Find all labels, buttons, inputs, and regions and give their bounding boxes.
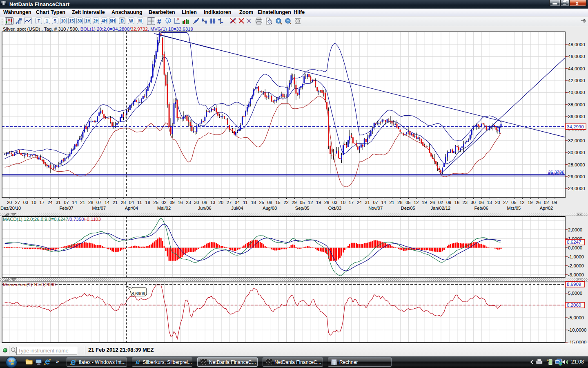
svg-text:26: 26 [430,200,435,205]
svg-text:15: 15 [275,200,280,205]
svg-text:31: 31 [56,200,60,205]
svg-text:23: 23 [463,200,468,205]
svg-text:02: 02 [438,200,443,205]
svg-text:Mrz/07: Mrz/07 [92,206,106,211]
svg-text:03: 03 [23,200,28,205]
svg-text:0,0000: 0,0000 [568,245,582,250]
svg-text:23: 23 [186,200,191,205]
svg-text:12: 12 [414,200,419,205]
svg-text:16: 16 [454,200,459,205]
svg-text:24: 24 [357,200,362,205]
svg-text:10: 10 [341,200,345,205]
svg-text:-15,0000: -15,0000 [568,340,586,343]
svg-text:09: 09 [169,200,174,205]
svg-text:Feb/06: Feb/06 [474,206,488,211]
svg-text:17: 17 [349,200,354,205]
svg-text:8,6909: 8,6909 [131,291,145,296]
svg-text:30: 30 [471,200,476,205]
svg-text:03: 03 [332,200,337,205]
svg-text:18: 18 [145,200,150,205]
svg-text:5,0000: 5,0000 [568,291,582,296]
svg-text:21: 21 [80,200,85,205]
svg-text:-2,0000: -2,0000 [568,263,584,268]
svg-text:46,0000: 46,0000 [568,54,585,59]
svg-text:Jul/04: Jul/04 [231,206,243,211]
svg-text:27: 27 [15,200,20,205]
svg-text:36,0000: 36,0000 [568,114,585,119]
svg-text:34,2990: 34,2990 [567,124,584,129]
svg-text:04: 04 [235,200,240,205]
svg-text:31: 31 [365,200,370,205]
svg-text:48,0000: 48,0000 [568,42,585,47]
svg-text:18: 18 [251,200,256,205]
svg-text:09: 09 [552,200,557,205]
svg-text:12: 12 [308,200,313,205]
svg-text:28: 28 [121,200,126,205]
svg-text:05: 05 [300,200,305,205]
svg-text:Mrz/05: Mrz/05 [507,206,521,211]
svg-text:38,0000: 38,0000 [568,102,585,107]
svg-text:0,2060: 0,2060 [567,303,581,307]
svg-text:42,0000: 42,0000 [568,78,585,83]
svg-text:8,6909: 8,6909 [567,282,581,287]
svg-text:02: 02 [544,200,549,205]
svg-text:07: 07 [373,200,378,205]
svg-text:Mai/02: Mai/02 [157,206,171,211]
svg-text:Silver, spot (USD) , Tag, # 31: Silver, spot (USD) , Tag, # 310 / 500, B… [3,27,193,31]
svg-text:28,0000: 28,0000 [568,162,585,167]
svg-text:26: 26 [324,200,329,205]
svg-text:27: 27 [503,200,508,205]
svg-text:06: 06 [479,200,484,205]
svg-text:21: 21 [389,200,394,205]
svg-text:14: 14 [72,200,77,205]
svg-text:07: 07 [64,200,69,205]
svg-text:Sep/05: Sep/05 [295,206,310,211]
svg-text:08: 08 [267,200,272,205]
svg-text:-1,0000: -1,0000 [568,254,584,259]
svg-text:24,0000: 24,0000 [568,186,585,191]
svg-text:20: 20 [218,200,223,205]
svg-text:04: 04 [129,200,134,205]
svg-text:Nov/07: Nov/07 [368,206,383,211]
svg-text:-10,0000: -10,0000 [568,328,586,332]
svg-text:Apr/04: Apr/04 [125,206,138,211]
svg-text:32,0000: 32,0000 [568,138,585,143]
svg-text:Jan/02/12: Jan/02/12 [431,206,450,211]
svg-text:Feb/07: Feb/07 [59,206,73,211]
svg-text:26: 26 [536,200,541,205]
svg-text:Dez/20/10: Dez/20/10 [0,206,21,211]
svg-text:Aug/08: Aug/08 [263,206,277,211]
svg-text:12: 12 [519,200,524,205]
svg-text:29: 29 [292,200,296,205]
svg-text:06: 06 [202,200,207,205]
svg-text:02: 02 [161,200,166,205]
svg-text:05: 05 [511,200,516,205]
svg-text:Momentum(1) 10=0,2060: Momentum(1) 10=0,2060 [3,282,56,287]
svg-text:19: 19 [422,200,427,205]
svg-text:-3,0000: -3,0000 [568,272,584,277]
svg-text:26,0000: 26,0000 [568,174,585,179]
svg-text:-5,0000: -5,0000 [568,315,584,320]
svg-text:30: 30 [194,200,199,205]
svg-text:13: 13 [487,200,492,205]
svg-text:Dez/05: Dez/05 [401,206,415,211]
svg-text:19: 19 [316,200,321,205]
svg-text:28: 28 [88,200,93,205]
svg-text:0,6247: 0,6247 [567,240,581,245]
svg-text:2,0000: 2,0000 [568,227,582,232]
svg-text:Jun/06: Jun/06 [198,206,212,211]
svg-text:09: 09 [446,200,451,205]
svg-text:17: 17 [40,200,45,205]
svg-text:19: 19 [528,200,532,205]
svg-text:21: 21 [113,200,118,205]
svg-text:MACD(1) 12.0;26.0;9.0=0,6247/0: MACD(1) 12.0;26.0;9.0=0,6247/0,7350/-0,1… [3,217,101,222]
svg-text:24: 24 [47,200,52,205]
svg-text:20: 20 [495,200,500,205]
svg-text:28: 28 [397,200,402,205]
svg-text:16: 16 [178,200,183,205]
svg-text:22: 22 [283,200,288,205]
svg-text:40,0000: 40,0000 [568,90,585,95]
svg-text:05: 05 [405,200,410,205]
svg-text:20: 20 [7,200,12,205]
svg-text:44,0000: 44,0000 [568,66,585,71]
